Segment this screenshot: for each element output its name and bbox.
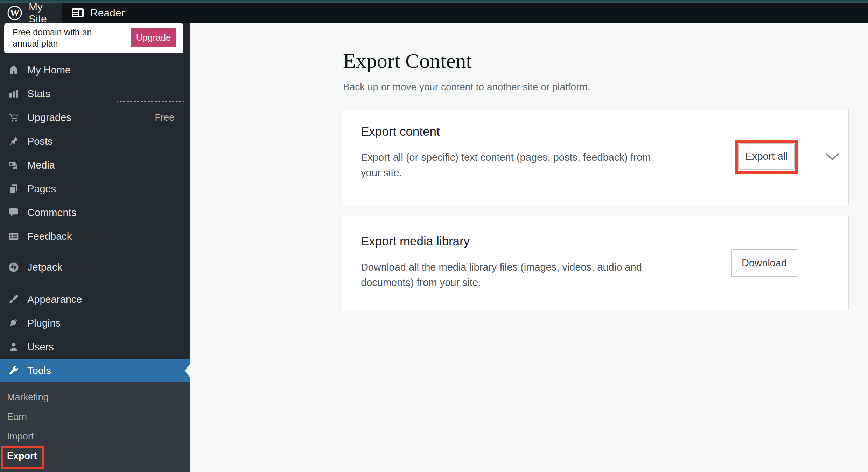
card-heading: Export media library	[361, 234, 848, 248]
submenu-label: Marketing	[7, 392, 49, 403]
sidebar-item-label: Feedback	[27, 231, 72, 242]
sidebar-item-label: Tools	[27, 365, 51, 377]
sidebar-item-label: My Home	[27, 64, 71, 76]
admin-sidebar: Free domain with an annual plan Upgrade …	[0, 23, 190, 472]
sidebar-item-my-home[interactable]: My Home	[0, 58, 190, 82]
feedback-icon	[6, 230, 21, 243]
reader-menu[interactable]: Reader	[62, 3, 125, 23]
sidebar-item-label: Upgrades	[27, 112, 71, 123]
export-media-card: Export media library Download all the me…	[343, 216, 849, 310]
sidebar-item-label: Media	[27, 159, 55, 171]
screen: W My Site Reader Free domain with an ann…	[0, 0, 868, 472]
card-description: Export all (or specific) text content (p…	[361, 150, 669, 180]
pushpin-icon	[6, 135, 21, 148]
comment-icon	[6, 206, 21, 219]
upgrade-banner-text: Free domain with an annual plan	[13, 27, 104, 49]
sidebar-item-media[interactable]: Media	[0, 153, 190, 177]
sidebar-item-tools[interactable]: Tools	[0, 359, 190, 382]
wordpress-logo-icon: W	[7, 5, 22, 21]
sidebar-item-label: Pages	[27, 183, 56, 195]
my-site-menu[interactable]: W My Site	[0, 3, 62, 23]
sidebar-item-feedback[interactable]: Feedback	[0, 224, 190, 248]
tools-icon	[6, 364, 21, 377]
sidebar-item-stats[interactable]: Stats	[0, 82, 190, 106]
sidebar-item-posts[interactable]: Posts	[0, 129, 190, 153]
submenu-item-marketing[interactable]: Marketing	[0, 387, 190, 407]
sidebar-item-label: Stats	[27, 88, 50, 100]
upgrades-plan-badge: Free	[155, 112, 174, 123]
pages-icon	[6, 183, 21, 195]
reader-label: Reader	[90, 7, 125, 19]
sidebar-menu: My Home Stats Upgrades Free	[0, 58, 190, 382]
sidebar-item-appearance[interactable]: Appearance	[0, 287, 190, 311]
submenu-item-import[interactable]: Import	[0, 427, 190, 446]
submenu-label: Earn	[7, 412, 27, 422]
sidebar-item-label: Posts	[27, 136, 53, 147]
sidebar-item-jetpack[interactable]: Jetpack	[0, 255, 190, 279]
stats-icon	[6, 87, 21, 100]
submenu-item-export[interactable]: Export	[0, 446, 190, 466]
home-icon	[6, 64, 21, 76]
upgrade-button[interactable]: Upgrade	[131, 28, 176, 47]
sidebar-item-label: Appearance	[27, 294, 82, 305]
reader-icon	[71, 8, 84, 18]
svg-text:W: W	[10, 8, 20, 18]
stats-dotted-divider	[117, 101, 184, 102]
media-icon	[6, 159, 21, 171]
sidebar-item-pages[interactable]: Pages	[0, 177, 190, 201]
jetpack-icon	[6, 261, 21, 273]
submenu-item-earn[interactable]: Earn	[0, 407, 190, 427]
sidebar-item-upgrades[interactable]: Upgrades Free	[0, 106, 190, 129]
card-heading: Export content	[361, 124, 848, 138]
sidebar-item-users[interactable]: Users	[0, 335, 190, 359]
sidebar-item-label: Users	[27, 341, 54, 353]
submenu-label: Import	[7, 431, 34, 442]
cart-icon	[6, 111, 21, 124]
browser-accent-strip	[0, 0, 868, 3]
admin-topbar: W My Site Reader	[0, 3, 868, 23]
submenu-label: Export	[7, 451, 37, 462]
page-title: Export Content	[343, 49, 472, 73]
chevron-down-icon	[825, 153, 840, 161]
export-content-card: Export content Export all (or specific) …	[343, 109, 849, 205]
sidebar-item-label: Jetpack	[27, 262, 62, 273]
card-description: Download all the media library files (im…	[361, 259, 669, 290]
sidebar-item-plugins[interactable]: Plugins	[0, 311, 190, 335]
my-site-label: My Site	[29, 1, 62, 25]
appearance-icon	[6, 293, 21, 306]
plugins-icon	[6, 317, 21, 329]
sidebar-item-label: Comments	[27, 207, 76, 219]
sidebar-item-comments[interactable]: Comments	[0, 201, 190, 224]
users-icon	[6, 341, 21, 353]
page-subtitle: Back up or move your content to another …	[343, 81, 590, 93]
upgrade-banner: Free domain with an annual plan Upgrade	[4, 23, 183, 53]
sidebar-item-label: Plugins	[27, 317, 61, 329]
export-options-expander[interactable]	[815, 109, 849, 205]
download-button[interactable]: Download	[731, 249, 797, 277]
tools-submenu: Marketing Earn Import Export	[0, 382, 190, 472]
export-all-button[interactable]: Export all	[738, 143, 795, 170]
